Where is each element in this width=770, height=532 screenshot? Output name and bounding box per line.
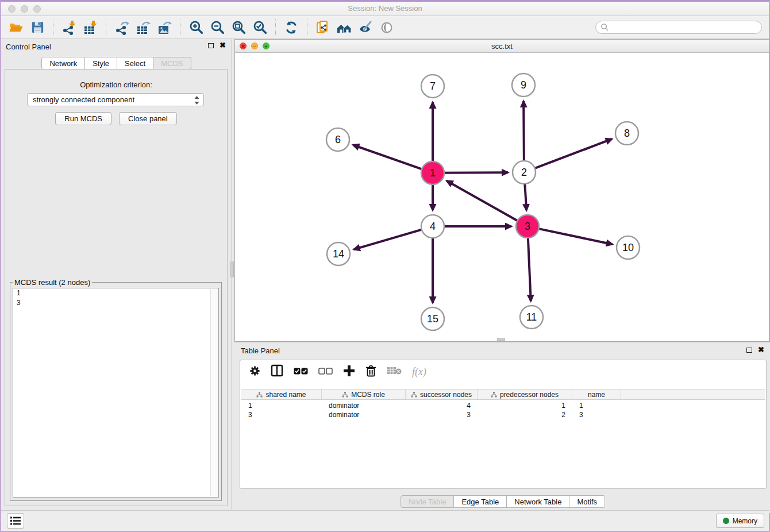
float-panel-icon[interactable]: [208, 43, 214, 48]
select-all-columns-button[interactable]: [294, 367, 308, 377]
add-column-button[interactable]: [343, 365, 355, 379]
edge-3-1[interactable]: [446, 181, 517, 221]
export-table-button[interactable]: [135, 20, 151, 36]
show-details-icon: [379, 20, 394, 35]
canvas-hscrollbar[interactable]: [497, 338, 505, 341]
tab-network[interactable]: Network: [41, 57, 85, 70]
table-cell[interactable]: 1: [478, 401, 572, 410]
delete-column-button[interactable]: [365, 365, 376, 379]
close-panel-button[interactable]: Close panel: [119, 112, 177, 125]
table-cell[interactable]: 1: [241, 401, 322, 410]
table-panel: Table Panel ✖: [234, 342, 770, 513]
network-window-titlebar[interactable]: ✕ – + scc.txt: [235, 40, 769, 53]
zoom-out-icon: [210, 20, 225, 35]
table-tab-motifs[interactable]: Motifs: [569, 495, 605, 508]
table-cell[interactable]: 3: [572, 410, 621, 419]
float-table-panel-icon[interactable]: [746, 348, 752, 353]
panel-splitter-handle[interactable]: [230, 261, 234, 277]
tab-mcds[interactable]: MCDS: [153, 57, 191, 70]
node-4[interactable]: 4: [421, 215, 444, 238]
table-cell[interactable]: 2: [478, 410, 572, 419]
export-image-button[interactable]: [156, 20, 172, 36]
import-table-button[interactable]: [82, 20, 98, 36]
hierarchy-icon: [411, 392, 417, 398]
column-header-name[interactable]: name: [572, 390, 621, 399]
result-item[interactable]: 1: [13, 288, 218, 298]
edge-2-9[interactable]: [523, 101, 524, 161]
edge-1-6[interactable]: [353, 145, 422, 169]
tab-select[interactable]: Select: [117, 57, 153, 70]
titlebar: Session: New Session: [1, 2, 769, 16]
node-9[interactable]: 9: [512, 74, 535, 97]
memory-status-icon: [723, 518, 729, 524]
show-details-button[interactable]: [379, 20, 395, 36]
home-button[interactable]: [336, 20, 352, 36]
column-header-successor-nodes[interactable]: successor nodes: [406, 390, 478, 399]
node-2[interactable]: 2: [513, 161, 536, 184]
visual-style-button[interactable]: [357, 20, 374, 36]
memory-button[interactable]: Memory: [716, 514, 764, 528]
network-canvas[interactable]: 7968124314101511: [235, 53, 769, 341]
control-panel-title: Control Panel: [6, 43, 51, 51]
result-scrollbar[interactable]: [210, 289, 218, 496]
table-cell[interactable]: dominator: [322, 401, 406, 410]
edge-3-11[interactable]: [528, 238, 531, 301]
delete-table-button[interactable]: [387, 366, 402, 377]
close-table-panel-icon[interactable]: ✖: [758, 347, 764, 353]
column-header-predecessor-nodes[interactable]: predecessor nodes: [478, 390, 572, 399]
import-network-button[interactable]: [61, 20, 77, 36]
deselect-all-columns-button[interactable]: [318, 367, 333, 377]
edge-2-8[interactable]: [535, 139, 612, 168]
node-label: 3: [525, 221, 530, 232]
zoom-fit-button[interactable]: [230, 20, 247, 36]
node-10[interactable]: 10: [617, 236, 640, 259]
table-row[interactable]: 3dominator323: [241, 410, 765, 419]
table-cell[interactable]: dominator: [322, 410, 406, 419]
node-6[interactable]: 6: [326, 128, 349, 151]
node-1[interactable]: 1: [421, 161, 444, 184]
zoom-selected-button[interactable]: [252, 20, 268, 36]
open-session-button[interactable]: [8, 20, 24, 36]
copy-network-button[interactable]: [315, 20, 331, 36]
tab-style[interactable]: Style: [85, 57, 117, 70]
table-row[interactable]: 1dominator411: [241, 401, 765, 410]
edge-1-2[interactable]: [444, 172, 508, 173]
table-settings-button[interactable]: [249, 365, 260, 379]
split-pane-button[interactable]: [271, 364, 283, 379]
refresh-icon: [284, 20, 299, 35]
zoom-in-button[interactable]: [188, 20, 204, 36]
node-14[interactable]: 14: [327, 242, 350, 265]
node-label: 1: [430, 167, 436, 179]
node-15[interactable]: 15: [421, 307, 444, 330]
table-cell[interactable]: 1: [572, 401, 621, 410]
node-11[interactable]: 11: [520, 306, 543, 329]
table-tab-edge-table[interactable]: Edge Table: [454, 495, 507, 508]
table-cell[interactable]: 4: [406, 401, 478, 410]
result-item[interactable]: 3: [13, 298, 218, 308]
function-builder-button[interactable]: f(x): [412, 366, 426, 378]
network-graph[interactable]: 7968124314101511: [235, 53, 769, 341]
column-header-mcds-role[interactable]: MCDS role: [322, 390, 406, 399]
column-header-shared-name[interactable]: shared name: [241, 390, 322, 399]
table-cell[interactable]: 3: [406, 410, 478, 419]
table-tab-network-table[interactable]: Network Table: [507, 495, 569, 508]
mcds-result-list[interactable]: 13: [13, 288, 219, 498]
zoom-out-button[interactable]: [209, 20, 225, 36]
node-table: shared nameMCDS rolesuccessor nodesprede…: [240, 389, 766, 488]
node-7[interactable]: 7: [421, 75, 444, 98]
node-3[interactable]: 3: [516, 215, 539, 238]
criterion-select[interactable]: strongly connected component: [27, 93, 204, 106]
table-tab-node-table[interactable]: Node Table: [401, 495, 455, 508]
task-history-button[interactable]: [7, 513, 24, 529]
edge-4-14[interactable]: [354, 230, 422, 250]
export-network-button[interactable]: [114, 20, 130, 36]
search-input[interactable]: [595, 21, 762, 34]
edge-3-10[interactable]: [539, 229, 613, 244]
save-session-button[interactable]: [29, 20, 45, 36]
refresh-style-button[interactable]: [283, 20, 299, 36]
run-mcds-button[interactable]: Run MCDS: [55, 112, 111, 125]
close-panel-icon[interactable]: ✖: [220, 43, 226, 48]
edge-2-3[interactable]: [525, 184, 526, 210]
table-cell[interactable]: 3: [241, 410, 322, 419]
node-8[interactable]: 8: [615, 122, 638, 145]
